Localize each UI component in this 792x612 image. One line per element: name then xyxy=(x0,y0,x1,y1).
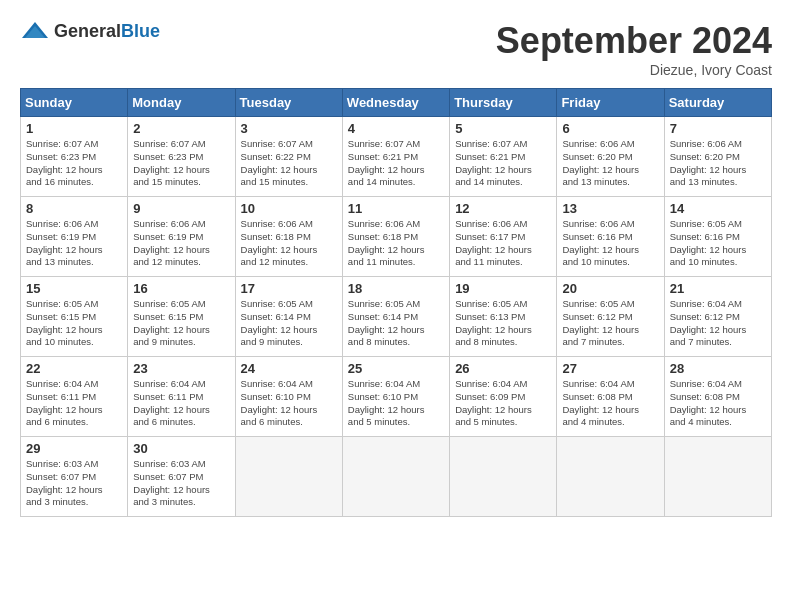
cell-info: Sunrise: 6:07 AM Sunset: 6:22 PM Dayligh… xyxy=(241,138,337,189)
day-number: 23 xyxy=(133,361,229,376)
day-number: 27 xyxy=(562,361,658,376)
cell-info: Sunrise: 6:06 AM Sunset: 6:17 PM Dayligh… xyxy=(455,218,551,269)
cell-info: Sunrise: 6:03 AM Sunset: 6:07 PM Dayligh… xyxy=(133,458,229,509)
cell-info: Sunrise: 6:04 AM Sunset: 6:08 PM Dayligh… xyxy=(562,378,658,429)
calendar-cell xyxy=(664,437,771,517)
cell-info: Sunrise: 6:06 AM Sunset: 6:19 PM Dayligh… xyxy=(133,218,229,269)
calendar-cell: 4Sunrise: 6:07 AM Sunset: 6:21 PM Daylig… xyxy=(342,117,449,197)
cell-info: Sunrise: 6:04 AM Sunset: 6:10 PM Dayligh… xyxy=(348,378,444,429)
cell-info: Sunrise: 6:04 AM Sunset: 6:12 PM Dayligh… xyxy=(670,298,766,349)
calendar-week-row: 22Sunrise: 6:04 AM Sunset: 6:11 PM Dayli… xyxy=(21,357,772,437)
calendar-cell: 27Sunrise: 6:04 AM Sunset: 6:08 PM Dayli… xyxy=(557,357,664,437)
calendar-cell: 20Sunrise: 6:05 AM Sunset: 6:12 PM Dayli… xyxy=(557,277,664,357)
day-number: 11 xyxy=(348,201,444,216)
weekday-header-cell: Tuesday xyxy=(235,89,342,117)
calendar-cell: 2Sunrise: 6:07 AM Sunset: 6:23 PM Daylig… xyxy=(128,117,235,197)
logo-icon xyxy=(20,20,50,42)
day-number: 20 xyxy=(562,281,658,296)
cell-info: Sunrise: 6:04 AM Sunset: 6:11 PM Dayligh… xyxy=(26,378,122,429)
cell-info: Sunrise: 6:06 AM Sunset: 6:18 PM Dayligh… xyxy=(241,218,337,269)
day-number: 15 xyxy=(26,281,122,296)
calendar-cell: 8Sunrise: 6:06 AM Sunset: 6:19 PM Daylig… xyxy=(21,197,128,277)
day-number: 6 xyxy=(562,121,658,136)
logo-blue: Blue xyxy=(121,21,160,41)
cell-info: Sunrise: 6:07 AM Sunset: 6:21 PM Dayligh… xyxy=(455,138,551,189)
logo-text: GeneralBlue xyxy=(54,21,160,42)
calendar-cell: 13Sunrise: 6:06 AM Sunset: 6:16 PM Dayli… xyxy=(557,197,664,277)
day-number: 5 xyxy=(455,121,551,136)
cell-info: Sunrise: 6:07 AM Sunset: 6:21 PM Dayligh… xyxy=(348,138,444,189)
calendar-cell: 10Sunrise: 6:06 AM Sunset: 6:18 PM Dayli… xyxy=(235,197,342,277)
weekday-header-cell: Saturday xyxy=(664,89,771,117)
day-number: 28 xyxy=(670,361,766,376)
cell-info: Sunrise: 6:07 AM Sunset: 6:23 PM Dayligh… xyxy=(26,138,122,189)
day-number: 1 xyxy=(26,121,122,136)
calendar-cell: 29Sunrise: 6:03 AM Sunset: 6:07 PM Dayli… xyxy=(21,437,128,517)
day-number: 8 xyxy=(26,201,122,216)
calendar-cell xyxy=(235,437,342,517)
cell-info: Sunrise: 6:06 AM Sunset: 6:16 PM Dayligh… xyxy=(562,218,658,269)
day-number: 9 xyxy=(133,201,229,216)
calendar-cell: 1Sunrise: 6:07 AM Sunset: 6:23 PM Daylig… xyxy=(21,117,128,197)
calendar-cell: 12Sunrise: 6:06 AM Sunset: 6:17 PM Dayli… xyxy=(450,197,557,277)
day-number: 24 xyxy=(241,361,337,376)
day-number: 29 xyxy=(26,441,122,456)
calendar-week-row: 1Sunrise: 6:07 AM Sunset: 6:23 PM Daylig… xyxy=(21,117,772,197)
cell-info: Sunrise: 6:05 AM Sunset: 6:16 PM Dayligh… xyxy=(670,218,766,269)
logo: GeneralBlue xyxy=(20,20,160,42)
cell-info: Sunrise: 6:05 AM Sunset: 6:14 PM Dayligh… xyxy=(348,298,444,349)
cell-info: Sunrise: 6:07 AM Sunset: 6:23 PM Dayligh… xyxy=(133,138,229,189)
cell-info: Sunrise: 6:05 AM Sunset: 6:15 PM Dayligh… xyxy=(26,298,122,349)
calendar-cell: 24Sunrise: 6:04 AM Sunset: 6:10 PM Dayli… xyxy=(235,357,342,437)
calendar-cell: 3Sunrise: 6:07 AM Sunset: 6:22 PM Daylig… xyxy=(235,117,342,197)
day-number: 19 xyxy=(455,281,551,296)
cell-info: Sunrise: 6:06 AM Sunset: 6:18 PM Dayligh… xyxy=(348,218,444,269)
calendar-cell: 14Sunrise: 6:05 AM Sunset: 6:16 PM Dayli… xyxy=(664,197,771,277)
weekday-header-cell: Friday xyxy=(557,89,664,117)
calendar-cell: 22Sunrise: 6:04 AM Sunset: 6:11 PM Dayli… xyxy=(21,357,128,437)
calendar-cell: 23Sunrise: 6:04 AM Sunset: 6:11 PM Dayli… xyxy=(128,357,235,437)
weekday-header-cell: Thursday xyxy=(450,89,557,117)
calendar: SundayMondayTuesdayWednesdayThursdayFrid… xyxy=(20,88,772,517)
calendar-cell: 6Sunrise: 6:06 AM Sunset: 6:20 PM Daylig… xyxy=(557,117,664,197)
calendar-week-row: 8Sunrise: 6:06 AM Sunset: 6:19 PM Daylig… xyxy=(21,197,772,277)
calendar-cell xyxy=(342,437,449,517)
location-title: Diezue, Ivory Coast xyxy=(496,62,772,78)
calendar-cell xyxy=(450,437,557,517)
calendar-cell: 16Sunrise: 6:05 AM Sunset: 6:15 PM Dayli… xyxy=(128,277,235,357)
cell-info: Sunrise: 6:04 AM Sunset: 6:11 PM Dayligh… xyxy=(133,378,229,429)
day-number: 30 xyxy=(133,441,229,456)
calendar-cell: 21Sunrise: 6:04 AM Sunset: 6:12 PM Dayli… xyxy=(664,277,771,357)
calendar-cell: 18Sunrise: 6:05 AM Sunset: 6:14 PM Dayli… xyxy=(342,277,449,357)
month-title: September 2024 xyxy=(496,20,772,62)
calendar-cell: 17Sunrise: 6:05 AM Sunset: 6:14 PM Dayli… xyxy=(235,277,342,357)
calendar-cell: 28Sunrise: 6:04 AM Sunset: 6:08 PM Dayli… xyxy=(664,357,771,437)
calendar-cell xyxy=(557,437,664,517)
weekday-header-row: SundayMondayTuesdayWednesdayThursdayFrid… xyxy=(21,89,772,117)
weekday-header-cell: Sunday xyxy=(21,89,128,117)
cell-info: Sunrise: 6:03 AM Sunset: 6:07 PM Dayligh… xyxy=(26,458,122,509)
cell-info: Sunrise: 6:06 AM Sunset: 6:19 PM Dayligh… xyxy=(26,218,122,269)
day-number: 3 xyxy=(241,121,337,136)
day-number: 18 xyxy=(348,281,444,296)
cell-info: Sunrise: 6:05 AM Sunset: 6:12 PM Dayligh… xyxy=(562,298,658,349)
header: GeneralBlue September 2024 Diezue, Ivory… xyxy=(20,20,772,78)
cell-info: Sunrise: 6:06 AM Sunset: 6:20 PM Dayligh… xyxy=(670,138,766,189)
cell-info: Sunrise: 6:06 AM Sunset: 6:20 PM Dayligh… xyxy=(562,138,658,189)
cell-info: Sunrise: 6:04 AM Sunset: 6:10 PM Dayligh… xyxy=(241,378,337,429)
day-number: 25 xyxy=(348,361,444,376)
calendar-body: 1Sunrise: 6:07 AM Sunset: 6:23 PM Daylig… xyxy=(21,117,772,517)
day-number: 12 xyxy=(455,201,551,216)
day-number: 16 xyxy=(133,281,229,296)
calendar-cell: 19Sunrise: 6:05 AM Sunset: 6:13 PM Dayli… xyxy=(450,277,557,357)
calendar-week-row: 15Sunrise: 6:05 AM Sunset: 6:15 PM Dayli… xyxy=(21,277,772,357)
day-number: 26 xyxy=(455,361,551,376)
cell-info: Sunrise: 6:04 AM Sunset: 6:08 PM Dayligh… xyxy=(670,378,766,429)
day-number: 21 xyxy=(670,281,766,296)
calendar-cell: 30Sunrise: 6:03 AM Sunset: 6:07 PM Dayli… xyxy=(128,437,235,517)
day-number: 10 xyxy=(241,201,337,216)
cell-info: Sunrise: 6:05 AM Sunset: 6:15 PM Dayligh… xyxy=(133,298,229,349)
day-number: 17 xyxy=(241,281,337,296)
calendar-week-row: 29Sunrise: 6:03 AM Sunset: 6:07 PM Dayli… xyxy=(21,437,772,517)
day-number: 14 xyxy=(670,201,766,216)
